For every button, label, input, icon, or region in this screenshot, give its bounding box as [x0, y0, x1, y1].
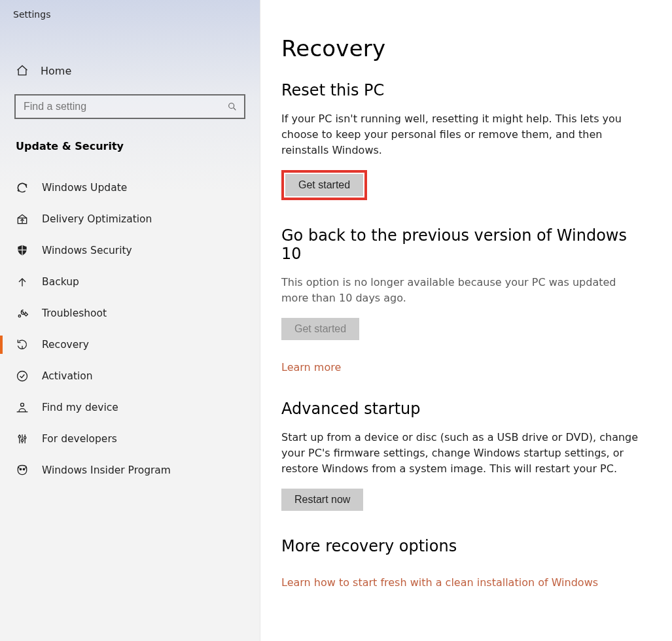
sidebar-item-delivery-optimization[interactable]: Delivery Optimization	[0, 203, 260, 235]
sidebar-item-troubleshoot[interactable]: Troubleshoot	[0, 298, 260, 329]
search-box[interactable]	[14, 94, 245, 119]
svg-point-17	[21, 440, 23, 442]
sidebar: Settings Home Update & Security Windows …	[0, 0, 260, 641]
svg-point-20	[23, 468, 25, 470]
svg-point-19	[20, 468, 22, 470]
section-title: Update & Security	[0, 124, 260, 160]
check-circle-icon	[16, 370, 29, 383]
svg-point-0	[229, 103, 234, 109]
sidebar-item-recovery[interactable]: Recovery	[0, 329, 260, 360]
reset-get-started-button[interactable]: Get started	[285, 174, 363, 196]
learn-more-link[interactable]: Learn more	[281, 361, 341, 373]
sync-icon	[16, 181, 29, 194]
insider-icon	[16, 464, 29, 477]
svg-point-16	[18, 436, 20, 438]
page-title: Recovery	[281, 35, 646, 61]
sidebar-item-label: Recovery	[42, 339, 89, 351]
more-heading: More recovery options	[281, 537, 646, 555]
sidebar-item-label: Windows Update	[42, 182, 127, 194]
reset-body: If your PC isn't running well, resetting…	[281, 111, 646, 158]
sidebar-item-label: Delivery Optimization	[42, 213, 152, 225]
developers-icon	[16, 432, 29, 445]
nav-list: Windows Update Delivery Optimization Win…	[0, 172, 260, 486]
main-content: Recovery Reset this PC If your PC isn't …	[260, 0, 672, 641]
goback-heading: Go back to the previous version of Windo…	[281, 226, 646, 263]
sidebar-item-backup[interactable]: Backup	[0, 266, 260, 298]
app-title: Settings	[0, 0, 260, 29]
highlight-box: Get started	[281, 170, 367, 200]
restart-now-button[interactable]: Restart now	[281, 489, 363, 511]
wrench-icon	[16, 307, 29, 320]
sidebar-item-find-my-device[interactable]: Find my device	[0, 392, 260, 423]
search-icon	[227, 101, 238, 112]
shield-icon	[16, 244, 29, 257]
home-icon	[16, 64, 29, 77]
search-input[interactable]	[14, 94, 245, 119]
svg-point-18	[24, 437, 26, 439]
sidebar-item-for-developers[interactable]: For developers	[0, 423, 260, 455]
sidebar-item-label: Activation	[42, 370, 93, 382]
goback-get-started-button: Get started	[281, 318, 359, 340]
recovery-icon	[16, 338, 29, 351]
sidebar-item-activation[interactable]: Activation	[0, 360, 260, 392]
sidebar-item-label: Backup	[42, 276, 79, 288]
svg-point-10	[18, 372, 27, 381]
advanced-heading: Advanced startup	[281, 400, 646, 418]
reset-heading: Reset this PC	[281, 81, 646, 99]
sidebar-item-label: For developers	[42, 433, 117, 445]
advanced-body: Start up from a device or disc (such as …	[281, 430, 646, 477]
sidebar-item-windows-update[interactable]: Windows Update	[0, 172, 260, 203]
svg-point-8	[18, 315, 20, 317]
sidebar-item-label: Windows Security	[42, 245, 132, 256]
sidebar-item-windows-security[interactable]: Windows Security	[0, 235, 260, 266]
delivery-icon	[16, 213, 29, 226]
sidebar-item-label: Find my device	[42, 402, 118, 413]
backup-icon	[16, 275, 29, 288]
start-fresh-link[interactable]: Learn how to start fresh with a clean in…	[281, 576, 598, 589]
home-label: Home	[41, 65, 71, 77]
goback-body: This option is no longer available becau…	[281, 275, 646, 306]
sidebar-item-label: Windows Insider Program	[42, 464, 171, 476]
svg-point-11	[21, 403, 24, 406]
svg-line-1	[234, 108, 236, 110]
home-button[interactable]: Home	[0, 59, 260, 84]
find-device-icon	[16, 401, 29, 414]
sidebar-item-windows-insider[interactable]: Windows Insider Program	[0, 455, 260, 486]
sidebar-item-label: Troubleshoot	[42, 307, 107, 319]
